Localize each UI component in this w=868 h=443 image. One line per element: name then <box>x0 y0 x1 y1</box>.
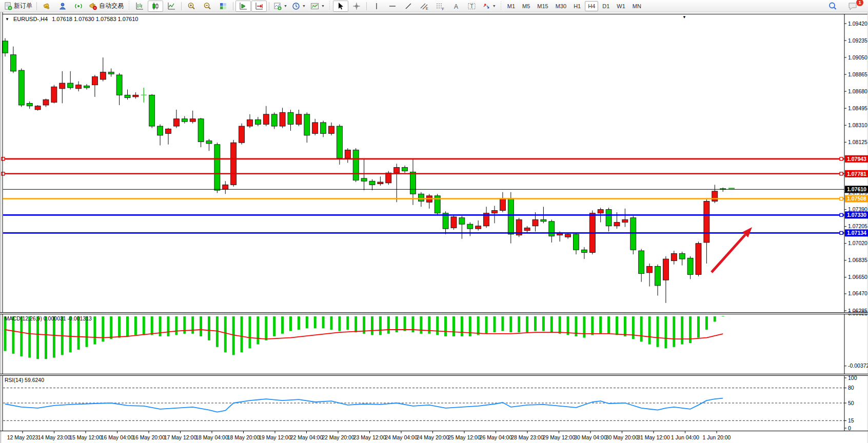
rsi-axis-tick: 0 <box>848 425 851 431</box>
rsi-axis-tick: 80 <box>848 385 854 391</box>
time-tick: 16 May 04:00 <box>101 434 134 440</box>
price-tick: 1.08495 <box>848 105 867 111</box>
price-label-text: 1.07508 <box>847 195 866 202</box>
price-tick: 1.06650 <box>848 274 867 280</box>
time-tick: 26 May 04:00 <box>480 434 512 440</box>
rsi-axis-tick: 15 <box>848 417 854 424</box>
time-tick: 14 May 23:00 <box>38 434 71 440</box>
price-tick: 1.08310 <box>848 122 867 128</box>
time-tick: 28 May 23:00 <box>511 434 544 440</box>
time-tick: 30 May 20:00 <box>606 434 639 440</box>
price-tick: 1.07205 <box>848 223 867 229</box>
rsi-axis-tick: 50 <box>848 400 854 406</box>
price-label-text: 1.07781 <box>847 171 866 177</box>
price-tick: 1.08865 <box>848 71 867 77</box>
chart-title[interactable]: ▼ EURUSD-,H4 1.07618 1.07630 1.07583 1.0… <box>5 16 138 22</box>
time-tick: 1 Jun 04:00 <box>671 434 699 440</box>
price-label-text: 1.07943 <box>847 156 866 162</box>
time-tick: 18 May 20:00 <box>227 434 260 440</box>
price-label-text: 1.07134 <box>847 230 866 236</box>
time-tick: 16 May 20:00 <box>132 434 165 440</box>
price-tick: 1.08125 <box>848 139 867 145</box>
rsi-indicator-label: RSI(14) 59.6240 <box>5 377 44 383</box>
price-tick: 1.09050 <box>848 54 867 61</box>
price-tick: 1.07020 <box>848 240 867 246</box>
chart-canvas[interactable]: 1.094201.092351.090501.088651.086801.084… <box>0 0 868 443</box>
time-tick: 24 May 04:00 <box>385 434 418 440</box>
chart-ohlc-values: 1.07618 1.07630 1.07583 1.07610 <box>52 16 138 22</box>
time-tick: 31 May 12:00 <box>637 434 670 440</box>
price-tick: 1.06835 <box>848 257 867 263</box>
price-tick: 1.06470 <box>848 290 867 296</box>
price-tick: 1.08680 <box>848 88 867 94</box>
time-tick: 30 May 04:00 <box>574 434 607 440</box>
time-tick: 19 May 12:00 <box>259 434 291 440</box>
time-tick: 23 May 12:00 <box>353 434 386 440</box>
time-tick: 22 May 04:00 <box>290 434 323 440</box>
time-tick: 22 May 20:00 <box>322 434 354 440</box>
price-label-text: 1.07330 <box>847 212 866 218</box>
price-label-text: 1.07610 <box>847 186 866 192</box>
time-tick: 29 May 12:00 <box>543 434 576 440</box>
time-tick: 15 May 12:00 <box>69 434 102 440</box>
price-tick: 1.09420 <box>848 21 867 27</box>
time-tick: 1 Jun 20:00 <box>703 434 731 440</box>
chart-symbol-period: EURUSD-,H4 <box>13 16 48 22</box>
price-tick: 1.09235 <box>848 37 867 44</box>
time-tick: 25 May 12:00 <box>448 434 481 440</box>
time-tick: 12 May 2023 <box>7 434 38 440</box>
time-tick: 17 May 12:00 <box>164 434 197 440</box>
time-tick: 24 May 20:00 <box>417 434 449 440</box>
macd-axis-tick: -0.00372 <box>848 363 868 369</box>
chart-dropdown-icon: ▼ <box>5 17 9 22</box>
time-tick: 18 May 04:00 <box>195 434 228 440</box>
one-click-marker-icon[interactable]: ▼ <box>682 15 686 19</box>
macd-indicator-label: MACD(12,26,9) 0.000031 -0.001313 <box>5 315 92 321</box>
